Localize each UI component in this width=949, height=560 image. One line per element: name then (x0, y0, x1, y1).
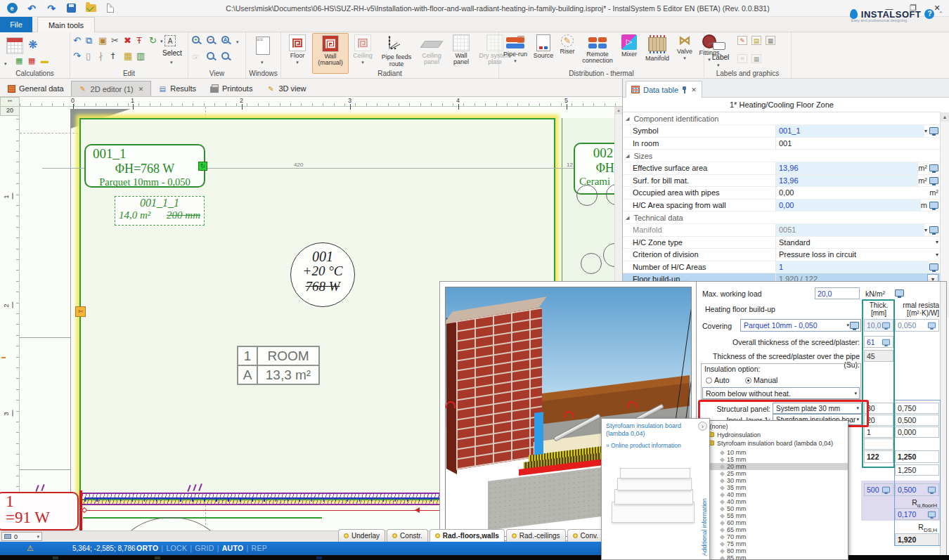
covering-combo[interactable]: Parquet 10mm - 0,050▾ (740, 319, 861, 332)
base-thick-cell[interactable]: 500 (864, 483, 893, 496)
property-value[interactable]: 001_1 (776, 125, 924, 137)
zone-label-001-1[interactable]: 001_1 ΦH=768 W Parquet 10mm - 0,050 (84, 144, 205, 188)
redo-icon[interactable]: ↷ (44, 2, 59, 15)
covering-thick-cell[interactable]: 10,0 (864, 319, 893, 332)
collapse-ribbon-icon[interactable]: ⌃ (938, 11, 943, 18)
trim-icon[interactable]: Ŧ (136, 35, 142, 46)
calc-option3-icon[interactable]: ▬ (41, 56, 49, 65)
tree-item-none[interactable]: ✖(none) (697, 422, 848, 430)
screed-field[interactable]: 61 (864, 336, 893, 348)
su-field[interactable]: 45 (864, 350, 893, 362)
tree-thickness-item[interactable]: 35 mm (697, 484, 848, 491)
dropdown-icon[interactable]: ▾ (936, 252, 938, 258)
property-value[interactable]: Standard (776, 237, 936, 249)
structural-combo[interactable]: System plate 30 mm▾ (773, 403, 862, 414)
mode-grid[interactable]: GRID (195, 544, 214, 552)
edit-more-icon[interactable]: ▾ (160, 39, 163, 44)
dialog-scrollbar[interactable] (940, 282, 946, 560)
tree-thickness-item[interactable]: 40 mm (697, 498, 848, 505)
max-load-field[interactable]: 20,0 (815, 287, 860, 299)
tree-thickness-item[interactable]: 40 mm (697, 491, 848, 498)
tab-file[interactable]: File (0, 17, 32, 32)
property-row[interactable]: Manifold0051▾ (623, 224, 941, 237)
tree-thickness-item[interactable]: 70 mm (697, 533, 848, 540)
view-more-icon[interactable]: ▾ (236, 39, 239, 45)
windows-dropdown-icon[interactable]: ▾ (261, 60, 264, 65)
zoom-window-icon[interactable] (207, 52, 214, 60)
monitor-icon[interactable] (929, 263, 938, 271)
refresh-icon[interactable]: ↻ (149, 35, 157, 46)
layer-tab[interactable]: Constr. (387, 529, 428, 542)
undo-edit-icon[interactable]: ↶ (73, 35, 81, 46)
valve-button[interactable]: ⋈ Valve▾ (673, 33, 696, 74)
legend-icon[interactable]: ▤ (751, 35, 762, 46)
mode-rep[interactable]: REP (252, 544, 268, 552)
wall-panel-button[interactable]: Wall panel (447, 33, 475, 74)
property-row[interactable]: Effective surface area13,96m² (623, 162, 941, 175)
cut-icon[interactable]: ✂ (111, 35, 119, 46)
zoom-prev-icon[interactable] (221, 52, 229, 60)
monitor-icon[interactable] (929, 202, 938, 209)
remote-connection-button[interactable]: Remote connection (578, 33, 617, 74)
property-row[interactable]: H/C Area spacing from wall0,00m (623, 200, 941, 212)
dropdown-icon[interactable]: ▾ (936, 239, 938, 245)
property-value[interactable]: 13,96 (776, 162, 918, 174)
app-icon[interactable]: e (4, 2, 20, 15)
tab-results[interactable]: ▤Results (151, 81, 203, 96)
tree-thickness-item[interactable]: 10 mm (697, 449, 848, 456)
label-leader-icon[interactable] (707, 35, 725, 49)
property-row[interactable]: Symbol001_1▾ (623, 125, 941, 138)
monitor-icon[interactable] (929, 226, 938, 233)
tab-main-tools[interactable]: Main tools (37, 17, 95, 32)
tree-thickness-item[interactable]: 80 mm (697, 547, 848, 554)
mode-orto[interactable]: ORTO (136, 544, 158, 552)
property-row[interactable]: Number of H/C Areas1 (623, 261, 941, 274)
tree-thickness-item[interactable]: 20 mm (697, 463, 848, 470)
section-header[interactable]: ◢Technical data (623, 211, 941, 224)
select-label[interactable]: Select (160, 49, 184, 57)
property-value[interactable]: 001 (776, 138, 938, 150)
zone-edge-marker-icon[interactable]: ✄ (75, 306, 86, 317)
radio-auto[interactable]: Auto (706, 376, 730, 384)
layer-tab[interactable]: Conv. (567, 529, 604, 542)
tree-thickness-item[interactable]: 15 mm (697, 456, 848, 463)
zoom-out-icon[interactable]: − (207, 36, 214, 44)
tree-thickness-item[interactable]: 55 mm (697, 512, 848, 519)
calc-option-icon[interactable]: ▦ (15, 56, 22, 65)
wall-manual-button[interactable]: Wall (manual) (312, 33, 349, 74)
zoom-all-icon[interactable]: A (221, 36, 229, 44)
zone-label-handle[interactable]: ↻ (198, 162, 207, 171)
property-value[interactable]: 0,00 (776, 187, 929, 199)
property-row[interactable]: H/C Zone typeStandard▾ (623, 237, 941, 249)
select-dropdown-icon[interactable]: ▾ (170, 60, 173, 65)
base-resist-cell[interactable]: 0,500 (895, 483, 939, 496)
tree-thickness-item[interactable]: 65 mm (697, 526, 848, 533)
property-value[interactable]: 1 (776, 261, 929, 273)
calculation-icon[interactable] (6, 37, 24, 55)
monitor-icon[interactable] (929, 164, 938, 171)
table-icon[interactable]: ▦ (765, 35, 776, 46)
property-row[interactable]: Surf. for bill mat.13,96m² (623, 175, 941, 188)
layer-tab[interactable]: Rad.-floors,walls (430, 529, 505, 542)
node-icon[interactable]: ϯ (111, 51, 115, 61)
level-combo[interactable]: 0 ▾ (1, 532, 42, 541)
tree-thickness-item[interactable]: 85 mm (697, 554, 848, 560)
monitor-icon[interactable] (895, 289, 904, 297)
mixer-button[interactable]: ▷ Mixer (617, 33, 641, 74)
tab-printouts[interactable]: Printouts (203, 81, 259, 96)
pipe-run-button[interactable]: Pipe-run▾ (501, 33, 530, 74)
section-header[interactable]: ◢Sizes (623, 150, 941, 162)
tree-thickness-item[interactable]: 60 mm (697, 519, 848, 526)
tree-thickness-item[interactable]: 75 mm (697, 540, 848, 547)
windows-icon[interactable]: ≡≡ (254, 36, 271, 56)
tree-thickness-item[interactable]: 30 mm (697, 477, 848, 484)
dropdown-icon[interactable]: ▾ (924, 128, 927, 134)
mode-lock[interactable]: LOCK (166, 544, 187, 552)
room-bubble-001[interactable]: 001 +20 °C 768 W (290, 242, 355, 307)
help-icon[interactable]: ? (924, 9, 934, 19)
redo-edit-icon[interactable]: ↷ (73, 51, 81, 61)
data-table-tab[interactable]: Data table ✕ (626, 81, 702, 98)
tab-general-data[interactable]: General data (0, 81, 71, 96)
tree-thickness-item[interactable]: 50 mm (697, 505, 848, 512)
label-dropdown-icon[interactable]: ▾ (717, 63, 720, 68)
